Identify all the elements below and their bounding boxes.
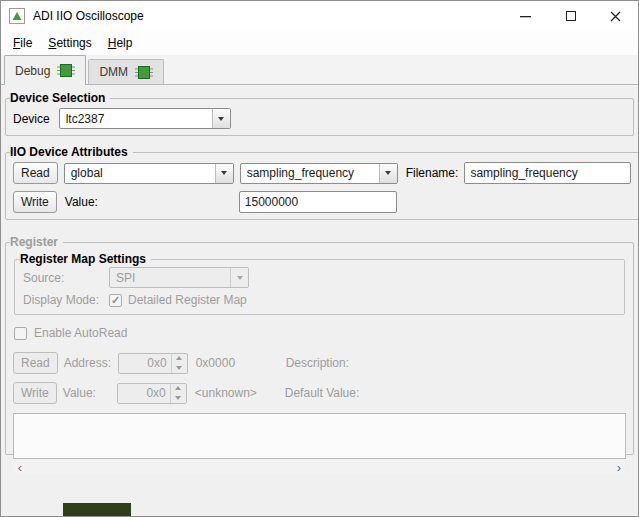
source-label: Source: — [23, 271, 109, 285]
enable-autoread-label: Enable AutoRead — [34, 326, 127, 340]
minimize-button[interactable] — [503, 1, 548, 31]
detailed-register-map-checkbox[interactable]: ✓ — [109, 294, 122, 307]
attr-group-combobox-value: global — [65, 164, 215, 183]
app-window: ADI IIO Oscilloscope File Settings Help … — [0, 0, 639, 517]
titlebar: ADI IIO Oscilloscope — [1, 1, 638, 31]
address-spinbox-value: 0x0 — [119, 354, 171, 373]
display-mode-label: Display Mode: — [23, 293, 103, 307]
default-value-label: Default Value: — [285, 386, 360, 400]
attr-name-combobox[interactable]: sampling_frequency — [240, 163, 398, 184]
device-label: Device — [13, 112, 50, 126]
menu-item-help[interactable]: Help — [100, 32, 141, 54]
spin-down-icon[interactable] — [171, 393, 186, 403]
chip-icon — [135, 66, 153, 79]
tab-bar: Debug DMM — [1, 55, 638, 85]
device-selection-frame-label: Device Selection — [10, 91, 110, 105]
register-frame-label: Register — [10, 235, 63, 249]
scrollbar-trough[interactable] — [27, 460, 612, 474]
scroll-left-icon: ‹ — [18, 461, 22, 474]
chevron-down-icon — [212, 109, 230, 128]
spin-up-icon[interactable] — [172, 354, 187, 364]
horizontal-scrollbar: ‹ › — [13, 460, 626, 474]
filename-field[interactable] — [464, 162, 631, 184]
tab-dmm[interactable]: DMM — [88, 59, 164, 84]
register-write-button[interactable]: Write — [13, 382, 57, 404]
chip-icon — [57, 64, 75, 77]
attr-group-combobox[interactable]: global — [64, 163, 234, 184]
detailed-register-map-label: Detailed Register Map — [128, 293, 247, 307]
chevron-down-icon — [215, 164, 233, 183]
window-title: ADI IIO Oscilloscope — [33, 9, 144, 23]
maximize-button[interactable] — [548, 1, 593, 31]
scrollbar-right-button[interactable]: › — [612, 460, 626, 474]
window-controls — [503, 1, 638, 31]
register-value-label: Value: — [63, 386, 111, 400]
iio-device-attributes-frame: IIO Device Attributes Read global sampli… — [5, 145, 639, 220]
source-combobox[interactable]: SPI — [109, 267, 249, 288]
value-spinbox[interactable]: 0x0 — [117, 383, 187, 404]
register-map-settings-frame: Register Map Settings Source: SPI Displa… — [14, 252, 625, 315]
close-button[interactable] — [593, 1, 638, 31]
device-combobox[interactable]: ltc2387 — [59, 108, 231, 129]
register-map-settings-frame-label: Register Map Settings — [20, 252, 151, 266]
source-combobox-value: SPI — [110, 268, 230, 287]
scrollbar-left-button[interactable]: ‹ — [13, 460, 27, 474]
device-combobox-value: ltc2387 — [60, 109, 212, 128]
debug-page: Device Selection Device ltc2387 IIO Devi… — [1, 85, 638, 516]
attr-value-label: Value: — [63, 195, 233, 209]
register-description-textview[interactable] — [13, 413, 626, 459]
value-spinbox-value: 0x0 — [118, 384, 170, 403]
app-icon — [9, 8, 25, 24]
device-selection-frame: Device Selection Device ltc2387 — [5, 91, 634, 136]
menubar: File Settings Help — [1, 31, 638, 55]
address-hex-value: 0x0000 — [196, 356, 280, 370]
tab-debug-label: Debug — [15, 64, 50, 78]
background-plot-fragment — [63, 503, 131, 516]
spin-down-icon[interactable] — [172, 363, 187, 373]
enable-autoread-checkbox[interactable] — [14, 327, 27, 340]
filename-label: Filename: — [406, 166, 459, 180]
tab-debug[interactable]: Debug — [4, 55, 86, 85]
attr-write-button[interactable]: Write — [13, 191, 57, 213]
address-label: Address: — [64, 356, 112, 370]
attr-read-button[interactable]: Read — [13, 162, 58, 184]
description-label: Description: — [286, 356, 349, 370]
chevron-down-icon — [379, 164, 397, 183]
menu-item-file[interactable]: File — [5, 32, 40, 54]
register-read-button[interactable]: Read — [13, 352, 58, 374]
attr-name-combobox-value: sampling_frequency — [241, 164, 379, 183]
check-icon: ✓ — [111, 295, 120, 306]
value-unknown-text: <unknown> — [195, 386, 279, 400]
address-spinbox[interactable]: 0x0 — [118, 353, 188, 374]
spin-up-icon[interactable] — [171, 384, 186, 394]
scroll-right-icon: › — [617, 461, 621, 474]
tab-dmm-label: DMM — [99, 65, 128, 79]
chevron-down-icon — [230, 268, 248, 287]
iio-attributes-frame-label: IIO Device Attributes — [10, 145, 133, 159]
menu-item-settings[interactable]: Settings — [40, 32, 99, 54]
attr-value-field[interactable] — [239, 191, 397, 213]
register-frame: Register Register Map Settings Source: S… — [5, 235, 634, 455]
